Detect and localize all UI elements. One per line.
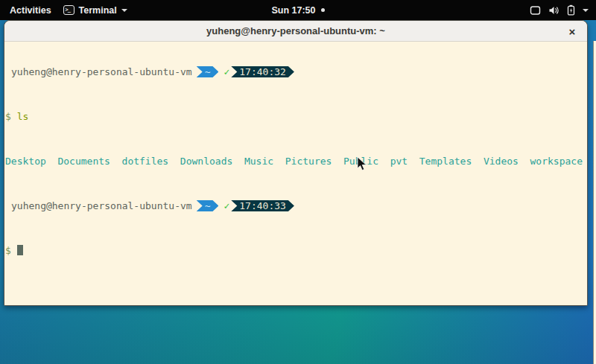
system-status-area[interactable] — [530, 0, 590, 20]
window-title: yuheng@henry-personal-ubuntu-vm: ~ — [206, 25, 385, 36]
app-menu-label: Terminal — [79, 5, 117, 16]
current-input-line: $ — [5, 245, 587, 256]
chevron-down-icon — [583, 9, 589, 12]
directory-name: pvt — [390, 156, 408, 167]
prompt-user-host: yuheng@henry-personal-ubuntu-vm — [11, 200, 192, 211]
terminal-cursor — [17, 245, 23, 255]
terminal-window: yuheng@henry-personal-ubuntu-vm: ~ × yuh… — [4, 20, 588, 306]
directory-name: Documents — [57, 156, 110, 167]
prompt-time-segment: 17:40:33 — [231, 200, 294, 211]
volume-icon — [548, 5, 559, 16]
prompt-symbol: $ — [5, 245, 11, 256]
prompt-user-host: yuheng@henry-personal-ubuntu-vm — [11, 66, 192, 77]
terminal-content[interactable]: yuheng@henry-personal-ubuntu-vm~✓17:40:3… — [4, 42, 587, 306]
prompt-line-1: yuheng@henry-personal-ubuntu-vm~✓17:40:3… — [5, 66, 587, 77]
close-button[interactable]: × — [565, 24, 580, 39]
activities-button[interactable]: Activities — [8, 4, 53, 17]
directory-name: Pictures — [285, 156, 332, 167]
directory-name: Public — [343, 156, 378, 167]
prompt-time-segment: 17:40:32 — [231, 66, 294, 77]
background-window-edge — [593, 41, 596, 364]
battery-charging-icon — [567, 4, 575, 16]
prompt-cwd-segment: ~ — [197, 200, 219, 211]
window-titlebar[interactable]: yuheng@henry-personal-ubuntu-vm: ~ × — [4, 21, 587, 42]
prompt-line-2: yuheng@henry-personal-ubuntu-vm~✓17:40:3… — [5, 200, 587, 211]
directory-name: Desktop — [5, 156, 46, 167]
prompt-symbol: $ — [5, 111, 11, 122]
typed-command: ls — [17, 111, 29, 122]
directory-name: Music — [244, 156, 273, 167]
chevron-down-icon — [121, 9, 127, 12]
prompt-cwd-segment: ~ — [197, 66, 219, 77]
directory-name: Templates — [419, 156, 472, 167]
terminal-icon — [63, 5, 74, 15]
directory-name: Videos — [484, 156, 519, 167]
clock[interactable]: Sun 17:50 — [271, 5, 315, 16]
ls-output-row: Desktop Documents dotfiles Downloads Mus… — [5, 156, 587, 167]
directory-name: workspace — [530, 156, 583, 167]
command-line: $ ls — [5, 111, 587, 122]
directory-name: dotfiles — [122, 156, 169, 167]
directory-name: Downloads — [180, 156, 232, 167]
prompt-status-check: ✓ — [224, 200, 229, 211]
app-menu-terminal[interactable]: Terminal — [63, 5, 127, 16]
screen-icon — [530, 5, 541, 16]
top-bar: Activities Terminal Sun 17:50 — [0, 0, 596, 20]
desktop: Activities Terminal Sun 17:50 — [0, 0, 596, 364]
prompt-status-check: ✓ — [224, 66, 229, 77]
notification-dot-icon — [321, 8, 325, 12]
